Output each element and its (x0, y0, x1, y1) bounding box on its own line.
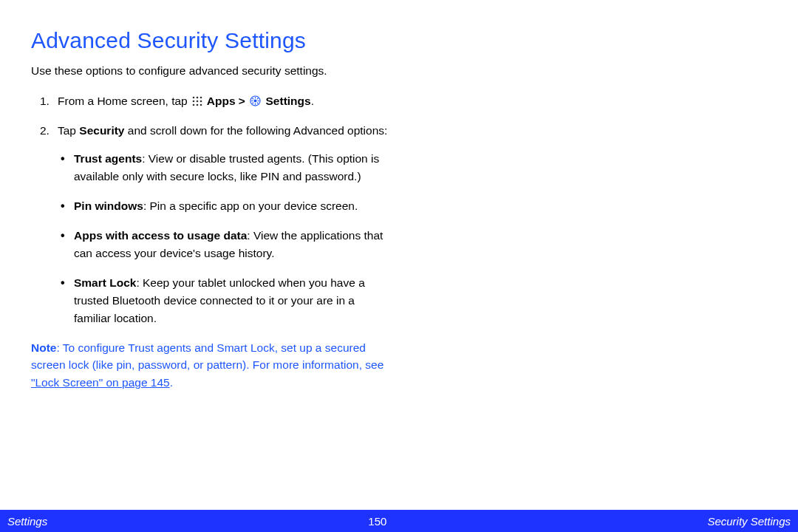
svg-rect-14 (258, 100, 259, 101)
page: Advanced Security Settings Use these opt… (0, 0, 798, 532)
page-title: Advanced Security Settings (31, 28, 390, 53)
svg-point-3 (193, 100, 195, 103)
svg-rect-13 (252, 100, 253, 101)
svg-rect-18 (252, 102, 253, 103)
bullet-title: Trust agents (74, 152, 142, 165)
bullet-apps-usage: Apps with access to usage data: View the… (58, 227, 390, 262)
note-body: : To configure Trust agents and Smart Lo… (31, 341, 383, 371)
bullet-trust-agents: Trust agents: View or disable trusted ag… (58, 150, 390, 185)
svg-point-2 (200, 97, 202, 99)
svg-point-7 (197, 104, 199, 106)
svg-point-10 (254, 99, 257, 102)
step1-pre: From a Home screen, tap (58, 95, 191, 107)
svg-rect-17 (257, 98, 259, 99)
note-link-lock-screen[interactable]: "Lock Screen" on page 145 (31, 376, 170, 389)
bullet-title: Pin windows (74, 200, 143, 212)
svg-point-5 (200, 100, 202, 103)
step-1: 1. From a Home screen, tap Apps > Settin… (31, 92, 390, 112)
svg-rect-12 (255, 103, 256, 105)
step1-tail: . (311, 95, 314, 107)
settings-gear-icon (250, 94, 261, 112)
svg-point-6 (193, 104, 195, 106)
svg-point-4 (197, 100, 199, 103)
step-number: 2. (40, 122, 50, 140)
svg-point-0 (193, 97, 195, 99)
svg-point-1 (197, 97, 199, 99)
footer-left: Settings (7, 515, 47, 528)
note-block: Note: To configure Trust agents and Smar… (31, 339, 390, 391)
bullet-title: Apps with access to usage data (74, 229, 247, 242)
step1-apps: Apps > (204, 95, 248, 107)
svg-rect-11 (255, 97, 256, 98)
bullet-pin-windows: Pin windows: Pin a specific app on your … (58, 197, 390, 215)
bullet-rest: : Pin a specific app on your device scre… (143, 200, 358, 212)
step1-settings: Settings (262, 95, 310, 107)
svg-point-8 (200, 104, 202, 106)
apps-grid-icon (192, 94, 202, 112)
svg-rect-16 (257, 102, 259, 103)
step2-lead-a: Tap (58, 124, 79, 137)
intro-text: Use these options to configure advanced … (31, 64, 390, 79)
footer-page-number: 150 (368, 515, 386, 528)
bullet-title: Smart Lock (74, 276, 136, 289)
note-label: Note (31, 341, 56, 354)
step2-lead-b: and scroll down for the following Advanc… (124, 124, 387, 137)
footer-right: Security Settings (707, 515, 791, 528)
note-tail: . (170, 376, 173, 389)
steps-list: 1. From a Home screen, tap Apps > Settin… (31, 92, 390, 327)
svg-rect-15 (252, 98, 253, 99)
step-number: 1. (40, 92, 50, 110)
page-footer: Settings 150 Security Settings (0, 510, 798, 532)
content-column: Advanced Security Settings Use these opt… (0, 0, 421, 391)
step-2: 2. Tap Security and scroll down for the … (31, 122, 390, 327)
options-bullets: Trust agents: View or disable trusted ag… (58, 150, 390, 327)
step2-lead-bold: Security (79, 124, 124, 137)
bullet-smart-lock: Smart Lock: Keep your tablet unlocked wh… (58, 274, 390, 327)
